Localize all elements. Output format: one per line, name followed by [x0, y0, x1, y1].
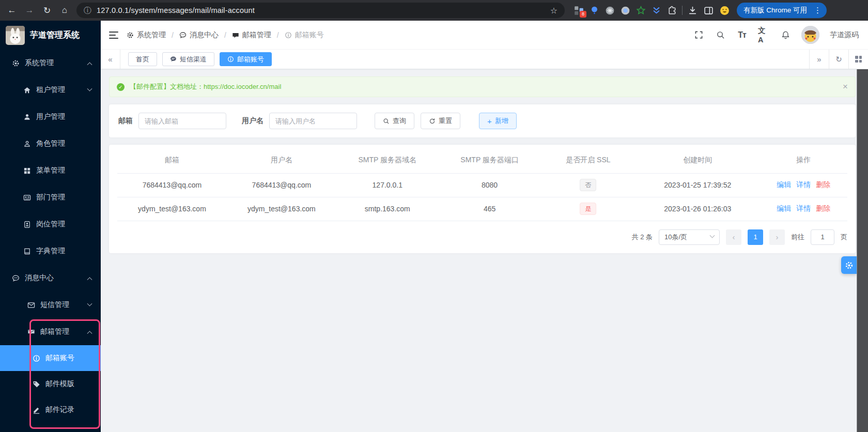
detail-link[interactable]: 详情	[796, 180, 811, 189]
cell-domain: smtp.163.com	[336, 197, 439, 221]
language-icon[interactable]: 文A	[758, 29, 769, 41]
sidebar-item-label: 系统管理	[25, 58, 54, 68]
downloads-icon[interactable]	[688, 6, 698, 16]
sidebar-item-label: 部门管理	[36, 193, 65, 202]
cell-username: ydym_test@163.com	[227, 197, 336, 221]
breadcrumb-item-system[interactable]: 系统管理	[127, 30, 166, 40]
extension-balloon-icon[interactable]	[590, 6, 599, 16]
tabs-menu-icon[interactable]	[848, 50, 868, 69]
table-header-row: 邮箱 用户名 SMTP 服务器域名 SMTP 服务器端口 是否开启 SSL 创建…	[117, 148, 847, 173]
chevron-down-icon	[87, 86, 92, 91]
extension-camera-icon[interactable]	[621, 6, 630, 16]
check-circle-icon: ✓	[117, 83, 125, 91]
tab-home[interactable]: 首页	[128, 52, 157, 66]
cell-created: 2023-01-26 01:26:03	[636, 197, 760, 221]
collapse-menu-icon[interactable]	[109, 32, 118, 39]
sidebar-item-mail[interactable]: 邮箱管理	[0, 318, 101, 345]
extension-green-star-icon[interactable]	[636, 6, 646, 16]
sidebar-item-label: 菜单管理	[36, 166, 65, 175]
font-size-icon[interactable]: Tт	[736, 29, 748, 41]
extension-gray-circle-icon[interactable]	[605, 6, 615, 16]
alert-doc-link[interactable]: https://doc.iocoder.cn/mail	[204, 83, 281, 90]
goto-label: 前往	[791, 233, 804, 242]
alert-message: 【邮件配置】文档地址：https://doc.iocoder.cn/mail	[130, 82, 281, 91]
sidebar-item-post[interactable]: 岗位管理	[0, 211, 101, 238]
chrome-menu-icon[interactable]: ⋮	[812, 6, 824, 15]
search-icon[interactable]	[715, 29, 726, 41]
fullscreen-icon[interactable]	[693, 29, 704, 41]
pagination-total: 共 2 条	[632, 233, 653, 242]
book-icon	[23, 247, 31, 255]
browser-forward-icon[interactable]: →	[22, 3, 37, 18]
delete-link[interactable]: 删除	[816, 180, 830, 189]
app-title: 芋道管理系统	[30, 30, 80, 41]
bookmark-star-icon[interactable]: ☆	[550, 6, 557, 16]
breadcrumb: 系统管理 / 消息中心 / 邮箱管理 / 邮箱账号	[127, 30, 324, 40]
browser-reload-icon[interactable]: ↻	[39, 3, 55, 18]
username-input[interactable]	[269, 113, 357, 129]
sidebar-item-label: 岗位管理	[36, 220, 65, 229]
sidebar-item-mail-template[interactable]: 邮件模版	[0, 371, 101, 397]
query-button[interactable]: 查询	[375, 113, 414, 129]
ssl-tag: 否	[580, 179, 596, 191]
sidebar-item-tenant[interactable]: 租户管理	[0, 76, 101, 103]
edit-link[interactable]: 编辑	[777, 204, 791, 212]
sidebar-item-user[interactable]: 用户管理	[0, 103, 101, 130]
breadcrumb-item-mail[interactable]: 邮箱管理	[232, 30, 271, 40]
sidebar-item-dict[interactable]: 字典管理	[0, 238, 101, 265]
sidebar-item-message-center[interactable]: 消息中心	[0, 265, 101, 291]
sidebar-item-label: 邮件模版	[45, 379, 74, 389]
browser-back-icon[interactable]: ←	[4, 3, 20, 18]
profile-emoji-icon[interactable]	[720, 6, 730, 16]
side-panel-icon[interactable]	[704, 6, 714, 16]
reset-button[interactable]: 重置	[421, 113, 460, 129]
tab-sms-channel[interactable]: 短信渠道	[162, 52, 214, 66]
close-icon[interactable]: ×	[843, 82, 848, 92]
screen: ← → ↻ ⌂ ⓘ 127.0.0.1/system/messages/mail…	[0, 0, 868, 432]
sidebar-item-role[interactable]: 角色管理	[0, 130, 101, 157]
page-size-select[interactable]: 10条/页	[659, 229, 720, 245]
sidebar-item-sms[interactable]: 短信管理	[0, 291, 101, 318]
breadcrumb-item-mail-account: 邮箱账号	[285, 30, 324, 40]
chevron-up-icon	[87, 331, 92, 336]
prev-page-button[interactable]: ‹	[726, 229, 741, 245]
goto-page-input[interactable]	[811, 229, 834, 245]
user-avatar[interactable]	[801, 26, 819, 44]
bell-icon[interactable]	[780, 29, 791, 41]
navbar-actions: Tт 文A 芋道源码	[693, 26, 859, 44]
logo-row[interactable]: 芋道管理系统	[0, 21, 101, 50]
extension-blocks-icon[interactable]: 8	[574, 6, 584, 16]
delete-link[interactable]: 删除	[816, 204, 830, 212]
page-1-button[interactable]: 1	[748, 229, 763, 245]
badge-icon	[23, 220, 31, 228]
email-label: 邮箱	[118, 116, 133, 126]
table-row: 7684413@qq.com 7684413@qq.com 127.0.0.1 …	[117, 173, 847, 197]
extension-double-chevron-icon[interactable]	[652, 6, 661, 16]
breadcrumb-item-message-center[interactable]: 消息中心	[179, 30, 219, 40]
edit-link[interactable]: 编辑	[777, 180, 791, 189]
address-bar[interactable]: ⓘ 127.0.0.1/system/messages/mail/mail-ac…	[76, 3, 565, 18]
sidebar-item-mail-log[interactable]: 邮件记录	[0, 397, 101, 423]
tab-mail-account[interactable]: 邮箱账号	[220, 52, 272, 66]
tabs-refresh-icon[interactable]: ↻	[829, 50, 848, 69]
col-smtp-port: SMTP 服务器端口	[439, 148, 541, 173]
tabs-scroll-right-icon[interactable]: »	[809, 50, 829, 69]
site-info-icon[interactable]: ⓘ	[84, 6, 91, 16]
sidebar-item-system[interactable]: 系统管理	[0, 50, 101, 76]
tabs-scroll-left-icon[interactable]: «	[101, 50, 120, 69]
next-page-button[interactable]: ›	[769, 229, 785, 245]
email-input[interactable]	[138, 113, 226, 129]
gear-icon	[11, 59, 20, 67]
sidebar-item-menu[interactable]: 菜单管理	[0, 157, 101, 184]
add-button[interactable]: + 新增	[479, 113, 517, 129]
mail-account-table: 邮箱 用户名 SMTP 服务器域名 SMTP 服务器端口 是否开启 SSL 创建…	[117, 148, 847, 221]
detail-link[interactable]: 详情	[796, 204, 811, 212]
extensions-puzzle-icon[interactable]	[667, 6, 677, 16]
username[interactable]: 芋道源码	[830, 30, 859, 40]
chrome-update-button[interactable]: 有新版 Chrome 可用 ⋮	[737, 3, 827, 18]
sidebar-item-mail-account[interactable]: 邮箱账号	[0, 345, 101, 371]
sidebar-item-dept[interactable]: 部门管理	[0, 184, 101, 211]
browser-home-icon[interactable]: ⌂	[57, 3, 72, 18]
theme-settings-button[interactable]	[841, 256, 857, 274]
col-smtp-domain: SMTP 服务器域名	[336, 148, 439, 173]
